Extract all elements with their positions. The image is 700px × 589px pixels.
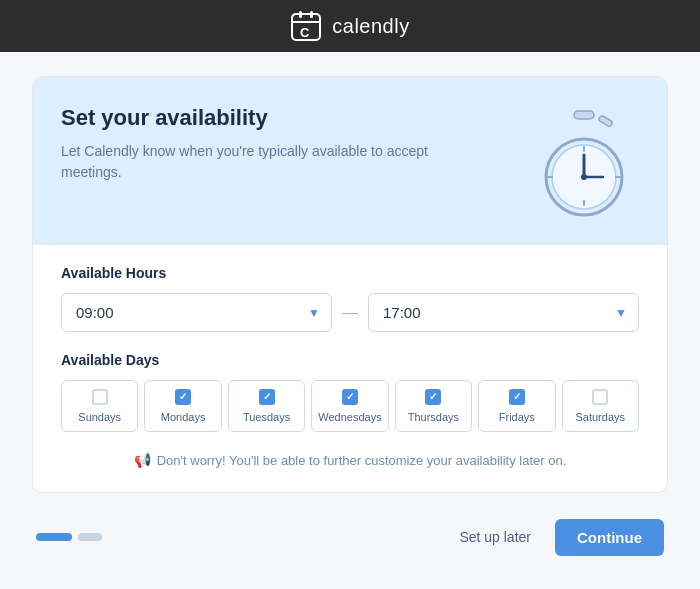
footer: Set up later Continue (32, 509, 668, 565)
hero-subtitle: Let Calendly know when you're typically … (61, 141, 441, 183)
start-time-wrapper: 00:0001:0002:0003:0004:0005:0006:0007:00… (61, 293, 332, 332)
day-label-tuesdays: Tuesdays (243, 411, 290, 423)
hero-banner: Set your availability Let Calendly know … (33, 77, 667, 245)
hero-illustration (529, 105, 639, 225)
day-cell-mondays[interactable]: Mondays (144, 380, 221, 432)
day-cell-sundays[interactable]: Sundays (61, 380, 138, 432)
day-label-sundays: Sundays (78, 411, 121, 423)
progress-dot-2 (78, 533, 102, 541)
card-body: Available Hours 00:0001:0002:0003:0004:0… (33, 245, 667, 484)
day-checkbox-tuesdays (259, 389, 275, 405)
start-time-select[interactable]: 00:0001:0002:0003:0004:0005:0006:0007:00… (61, 293, 332, 332)
svg-rect-3 (292, 21, 320, 23)
day-checkbox-thursdays (425, 389, 441, 405)
svg-rect-2 (310, 11, 313, 18)
notice-text: 📢 Don't worry! You'll be able to further… (61, 448, 639, 468)
time-row: 00:0001:0002:0003:0004:0005:0006:0007:00… (61, 293, 639, 332)
day-checkbox-fridays (509, 389, 525, 405)
svg-rect-6 (598, 115, 613, 127)
available-days-label: Available Days (61, 352, 639, 368)
day-checkbox-sundays (92, 389, 108, 405)
day-cell-saturdays[interactable]: Saturdays (562, 380, 639, 432)
end-time-select[interactable]: 00:0001:0002:0003:0004:0005:0006:0007:00… (368, 293, 639, 332)
calendly-logo-icon: C (290, 10, 322, 42)
svg-point-11 (581, 174, 587, 180)
continue-button[interactable]: Continue (555, 519, 664, 556)
main-card: Set your availability Let Calendly know … (32, 76, 668, 493)
day-checkbox-mondays (175, 389, 191, 405)
progress-dot-1 (36, 533, 72, 541)
day-label-fridays: Fridays (499, 411, 535, 423)
svg-rect-1 (299, 11, 302, 18)
end-time-wrapper: 00:0001:0002:0003:0004:0005:0006:0007:00… (368, 293, 639, 332)
notice-message: Don't worry! You'll be able to further c… (157, 453, 567, 468)
hero-title: Set your availability (61, 105, 441, 131)
available-hours-label: Available Hours (61, 265, 639, 281)
svg-text:C: C (300, 25, 310, 40)
page-body: Set your availability Let Calendly know … (0, 52, 700, 589)
day-cell-thursdays[interactable]: Thursdays (395, 380, 472, 432)
day-cell-wednesdays[interactable]: Wednesdays (311, 380, 388, 432)
skip-button[interactable]: Set up later (447, 521, 543, 553)
day-label-wednesdays: Wednesdays (318, 411, 381, 423)
day-checkbox-saturdays (592, 389, 608, 405)
day-cell-fridays[interactable]: Fridays (478, 380, 555, 432)
progress-dots (36, 533, 102, 541)
day-label-saturdays: Saturdays (575, 411, 625, 423)
day-cell-tuesdays[interactable]: Tuesdays (228, 380, 305, 432)
time-separator: — (342, 304, 358, 322)
stopwatch-icon (529, 105, 639, 225)
topbar: C calendly (0, 0, 700, 52)
days-grid: SundaysMondaysTuesdaysWednesdaysThursday… (61, 380, 639, 432)
app-title: calendly (332, 15, 409, 38)
footer-actions: Set up later Continue (447, 519, 664, 556)
svg-rect-5 (574, 111, 594, 119)
day-label-thursdays: Thursdays (408, 411, 459, 423)
hero-text: Set your availability Let Calendly know … (61, 105, 441, 183)
notice-icon: 📢 (134, 452, 151, 468)
day-label-mondays: Mondays (161, 411, 206, 423)
day-checkbox-wednesdays (342, 389, 358, 405)
